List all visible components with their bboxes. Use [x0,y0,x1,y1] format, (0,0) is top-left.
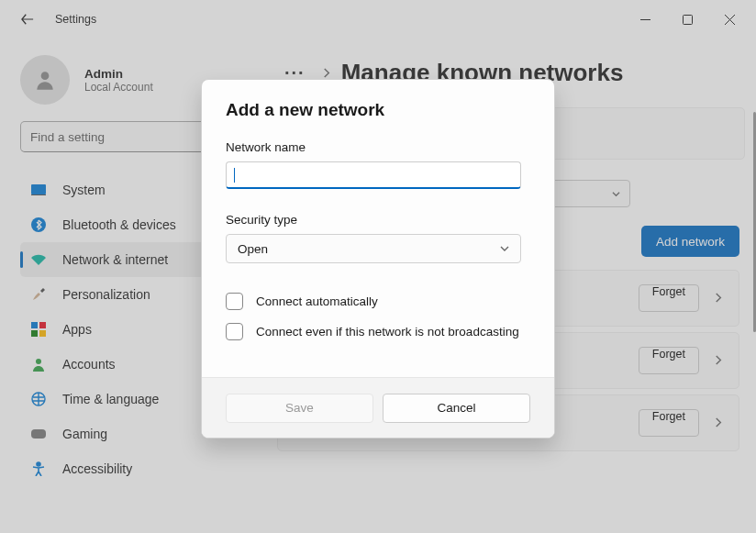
connect-auto-label: Connect automatically [256,294,378,308]
network-name-label: Network name [226,140,530,154]
add-network-dialog: Add a new network Network name Security … [201,79,555,439]
dialog-title: Add a new network [226,100,530,120]
security-type-label: Security type [226,213,530,227]
security-type-select[interactable]: Open [226,234,521,263]
connect-hidden-checkbox[interactable] [226,323,243,340]
cancel-button[interactable]: Cancel [383,394,530,423]
chevron-down-icon [500,244,509,253]
connect-auto-checkbox[interactable] [226,293,243,310]
text-caret [234,168,235,183]
save-button[interactable]: Save [226,394,373,423]
modal-overlay: Add a new network Network name Security … [0,0,756,533]
network-name-input[interactable] [226,161,521,189]
connect-hidden-label: Connect even if this network is not broa… [256,325,519,339]
